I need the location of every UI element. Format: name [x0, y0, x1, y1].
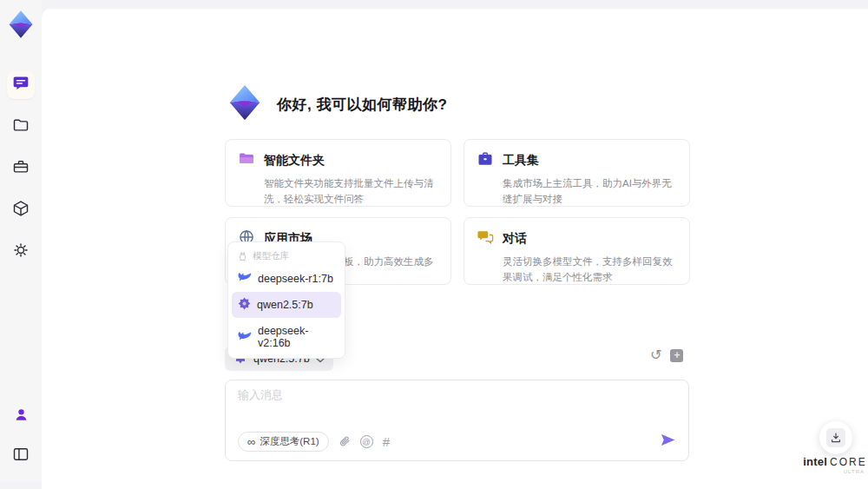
deep-think-toggle[interactable]: ∞ 深度思考(R1) [238, 432, 329, 452]
deep-think-icon: ∞ [247, 436, 255, 447]
core-logo-text: CORE [830, 456, 867, 468]
deepseek-icon [238, 272, 252, 285]
sidebar-item-toolbox[interactable] [7, 155, 35, 182]
hashtag-icon[interactable]: # [383, 435, 390, 448]
qwen-icon [238, 297, 251, 313]
gear-icon [12, 241, 30, 262]
card-conversation[interactable]: 对话 灵活切换多模型文件，支持多样回复效果调试，满足个性化需求 [464, 217, 690, 285]
sidebar-item-apps[interactable] [7, 196, 35, 224]
sidebar-item-account[interactable] [7, 402, 35, 430]
attachment-icon[interactable] [339, 435, 351, 449]
toolbox-blue-icon [477, 150, 494, 171]
history-icon[interactable]: ↺ [650, 348, 661, 362]
ollama-icon [238, 251, 247, 262]
intel-core-badge: intel CORE ULTRA [800, 455, 868, 474]
deep-think-label: 深度思考(R1) [260, 435, 319, 448]
chat-row-actions: ↺ + [650, 348, 683, 362]
model-option-deepseek-v2[interactable]: deepseek-v2:16b [232, 320, 341, 354]
user-icon [13, 406, 30, 426]
model-dropdown-header-label: 模型仓库 [253, 250, 289, 262]
send-button[interactable] [660, 432, 676, 452]
greeting-text: 你好, 我可以如何帮助你? [277, 95, 447, 115]
model-option-deepseek-r1[interactable]: deepseek-r1:7b [232, 267, 341, 290]
sidebar-item-folders[interactable] [7, 113, 35, 141]
message-input[interactable] [238, 387, 672, 422]
sidebar-item-collapse[interactable] [7, 442, 35, 470]
composer-tools: ∞ 深度思考(R1) @ # [238, 432, 390, 452]
intel-logo-text: intel [803, 455, 827, 468]
greeting-row: 你好, 我可以如何帮助你? [225, 83, 447, 126]
chat-bubbles-icon [477, 228, 494, 249]
panel-icon [12, 446, 30, 466]
app-logo-icon [225, 83, 265, 126]
deepseek-icon [238, 331, 252, 344]
app-logo-icon [5, 9, 36, 40]
folder-purple-icon [238, 150, 255, 171]
model-dropdown: 模型仓库 deepseek-r1:7b qwen2.5:7b [227, 241, 345, 359]
mention-icon[interactable]: @ [360, 435, 373, 448]
briefcase-icon [12, 158, 30, 179]
card-title: 工具集 [503, 153, 539, 169]
card-toolset[interactable]: 工具集 集成市场上主流工具，助力AI与外界无缝扩展与对接 [464, 139, 690, 207]
model-option-label: qwen2.5:7b [257, 299, 313, 311]
sidebar-bottom [7, 402, 35, 470]
card-title: 智能文件夹 [264, 153, 325, 169]
sidebar-item-settings[interactable] [7, 238, 35, 266]
download-icon [826, 428, 845, 447]
cube-icon [12, 200, 30, 221]
folder-icon [12, 116, 30, 137]
model-dropdown-header: 模型仓库 [232, 246, 341, 265]
sidebar-nav [7, 71, 35, 266]
download-button[interactable] [819, 421, 852, 454]
card-smart-folder[interactable]: 智能文件夹 智能文件夹功能支持批量文件上传与清洗，轻松实现文件问答 [225, 139, 451, 207]
main-panel: 你好, 我可以如何帮助你? 智能文件夹 智能文件夹功能支持批量文件上传与清洗，轻… [42, 9, 868, 489]
card-desc: 集成市场上主流工具，助力AI与外界无缝扩展与对接 [503, 176, 677, 208]
card-desc: 智能文件夹功能支持批量文件上传与清洗，轻松实现文件问答 [264, 176, 438, 208]
sidebar-item-chat[interactable] [7, 71, 35, 99]
model-option-label: deepseek-r1:7b [258, 273, 333, 285]
model-option-label: deepseek-v2:16b [258, 325, 335, 349]
sidebar [0, 0, 42, 482]
card-title: 对话 [503, 231, 527, 247]
message-composer: ∞ 深度思考(R1) @ # [225, 380, 689, 461]
chat-icon [12, 75, 30, 96]
card-desc: 灵活切换多模型文件，支持多样回复效果调试，满足个性化需求 [503, 254, 677, 286]
model-option-qwen[interactable]: qwen2.5:7b [232, 292, 341, 318]
new-chat-button[interactable]: + [670, 349, 683, 362]
ultra-logo-text: ULTRA [800, 469, 868, 474]
